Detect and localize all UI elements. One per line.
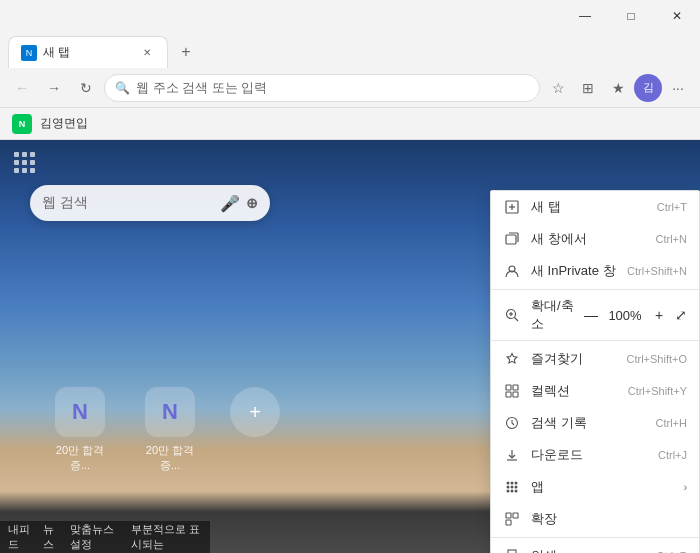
active-tab[interactable]: N 새 탭 ✕ — [8, 36, 168, 68]
svg-rect-24 — [506, 513, 511, 518]
menu-shortcut-downloads: Ctrl+J — [658, 449, 687, 461]
svg-rect-3 — [506, 235, 516, 244]
tab-favicon: N — [21, 45, 37, 61]
svg-point-17 — [515, 482, 518, 485]
menu-item-downloads[interactable]: 다운로드 Ctrl+J — [491, 439, 699, 471]
svg-rect-10 — [513, 385, 518, 390]
menu-shortcut-new-tab: Ctrl+T — [657, 201, 687, 213]
divider-2 — [491, 340, 699, 341]
menu-label-history: 검색 기록 — [531, 414, 648, 432]
forward-button[interactable]: → — [40, 74, 68, 102]
apps-grid-icon[interactable] — [14, 152, 35, 173]
menu-label-inprivate: 새 InPrivate 창 — [531, 262, 619, 280]
menu-item-apps[interactable]: 앱 › — [491, 471, 699, 503]
menu-shortcut-new-window: Ctrl+N — [656, 233, 687, 245]
shortcut-item-2[interactable]: N 20만 합격증... — [140, 387, 200, 473]
menu-item-favorites[interactable]: 즐겨찾기 Ctrl+Shift+O — [491, 343, 699, 375]
menu-label-favorites: 즐겨찾기 — [531, 350, 618, 368]
naver-logo: N — [12, 114, 32, 134]
svg-point-20 — [515, 486, 518, 489]
menu-label-new-tab: 새 탭 — [531, 198, 649, 216]
nav-icon-group: ☆ ⊞ ★ 김 ··· — [544, 74, 692, 102]
menu-item-collections[interactable]: 컬렉션 Ctrl+Shift+Y — [491, 375, 699, 407]
add-shortcut-container[interactable]: + — [230, 387, 280, 473]
extensions-icon — [503, 510, 521, 528]
minimize-button[interactable]: — — [562, 0, 608, 32]
svg-point-15 — [507, 482, 510, 485]
collections-icon — [503, 382, 521, 400]
svg-rect-12 — [513, 392, 518, 397]
search-box[interactable]: 웹 검색 🎤 ⊕ — [30, 185, 270, 221]
add-shortcut-button[interactable]: + — [230, 387, 280, 437]
search-button-icon[interactable]: ⊕ — [246, 195, 258, 211]
menu-item-new-tab[interactable]: 새 탭 Ctrl+T — [491, 191, 699, 223]
menu-item-inprivate[interactable]: 새 InPrivate 창 Ctrl+Shift+N — [491, 255, 699, 287]
bottom-item-4: 부분적으로 표시되는 — [131, 522, 202, 552]
tab-title: 새 탭 — [43, 44, 70, 61]
menu-item-extensions[interactable]: 확장 — [491, 503, 699, 535]
zoom-expand-button[interactable]: ⤢ — [675, 307, 687, 323]
shortcut-icon-1: N — [55, 387, 105, 437]
svg-rect-25 — [513, 513, 518, 518]
address-bar[interactable]: 🔍 웹 주소 검색 또는 입력 — [104, 74, 540, 102]
collection-icon[interactable]: ⊞ — [574, 74, 602, 102]
downloads-icon — [503, 446, 521, 464]
window-controls: — □ ✕ — [562, 0, 700, 32]
shortcut-item-1[interactable]: N 20만 합격증... — [50, 387, 110, 473]
title-bar: — □ ✕ — [0, 0, 700, 32]
menu-item-history[interactable]: 검색 기록 Ctrl+H — [491, 407, 699, 439]
mic-icon[interactable]: 🎤 — [220, 194, 240, 213]
menu-shortcut-inprivate: Ctrl+Shift+N — [627, 265, 687, 277]
menu-shortcut-history: Ctrl+H — [656, 417, 687, 429]
apps-icon — [503, 478, 521, 496]
menu-item-zoom: 확대/축소 — 100% + ⤢ — [491, 292, 699, 338]
svg-point-22 — [511, 490, 514, 493]
profile-button[interactable]: 김 — [634, 74, 662, 102]
menu-label-apps: 앱 — [531, 478, 684, 496]
new-window-icon — [503, 230, 521, 248]
svg-rect-9 — [506, 385, 511, 390]
bottom-bar: 내피드 뉴스 맞춤뉴스 설정 부분적으로 표시되는 — [0, 521, 210, 553]
search-placeholder: 웹 검색 — [42, 194, 220, 212]
tab-bar: N 새 탭 ✕ + — [0, 32, 700, 68]
svg-point-16 — [511, 482, 514, 485]
svg-point-19 — [511, 486, 514, 489]
print-icon — [503, 547, 521, 553]
search-container: 웹 검색 🎤 ⊕ — [30, 185, 270, 221]
history-icon — [503, 414, 521, 432]
menu-label-downloads: 다운로드 — [531, 446, 650, 464]
svg-point-21 — [507, 490, 510, 493]
tab-close-button[interactable]: ✕ — [139, 45, 155, 61]
menu-shortcut-favorites: Ctrl+Shift+O — [626, 353, 687, 365]
zoom-out-button[interactable]: — — [581, 305, 601, 325]
zoom-icon — [503, 306, 521, 324]
star-icon[interactable]: ☆ — [544, 74, 572, 102]
favorites-icon — [503, 350, 521, 368]
zoom-label: 확대/축소 — [531, 297, 581, 333]
favorites-icon[interactable]: ★ — [604, 74, 632, 102]
svg-line-6 — [515, 318, 519, 322]
svg-point-18 — [507, 486, 510, 489]
maximize-button[interactable]: □ — [608, 0, 654, 32]
settings-menu-button[interactable]: ··· — [664, 74, 692, 102]
shortcut-label-1: 20만 합격증... — [50, 443, 110, 473]
divider-1 — [491, 289, 699, 290]
menu-shortcut-collections: Ctrl+Shift+Y — [628, 385, 687, 397]
address-text: 웹 주소 검색 또는 입력 — [136, 79, 267, 97]
new-tab-button[interactable]: + — [172, 38, 200, 66]
browser-window: — □ ✕ N 새 탭 ✕ + ← → ↻ 🔍 웹 주소 검색 또는 입력 ☆ … — [0, 0, 700, 553]
zoom-in-button[interactable]: + — [649, 305, 669, 325]
shortcut-icon-2: N — [145, 387, 195, 437]
svg-point-23 — [515, 490, 518, 493]
menu-label-extensions: 확장 — [531, 510, 687, 528]
close-button[interactable]: ✕ — [654, 0, 700, 32]
divider-3 — [491, 537, 699, 538]
page-content: 웹 검색 🎤 ⊕ N 20만 합격증... N 20만 합격증... + — [0, 140, 700, 553]
refresh-button[interactable]: ↻ — [72, 74, 100, 102]
back-button[interactable]: ← — [8, 74, 36, 102]
shortcut-label-2: 20만 합격증... — [140, 443, 200, 473]
menu-item-print[interactable]: 인쇄 Ctrl+P — [491, 540, 699, 553]
menu-label-new-window: 새 창에서 — [531, 230, 648, 248]
menu-item-new-window[interactable]: 새 창에서 Ctrl+N — [491, 223, 699, 255]
zoom-value: 100% — [607, 308, 643, 323]
